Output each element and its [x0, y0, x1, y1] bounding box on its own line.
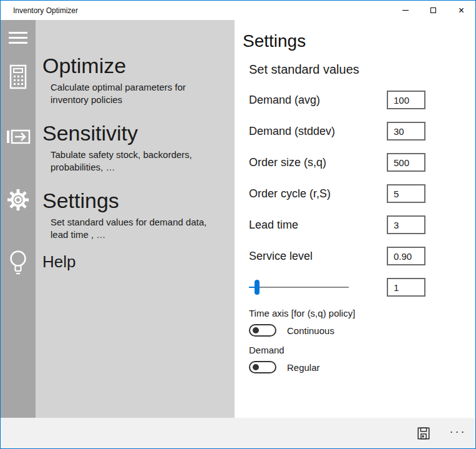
sidebar-item-settings[interactable] [1, 188, 36, 212]
tabulate-arrow-icon [6, 129, 31, 144]
toggle-knob [253, 364, 259, 370]
sidebar-item-sensitivity[interactable] [1, 129, 36, 144]
order-size-input[interactable] [387, 153, 425, 172]
maximize-button[interactable] [419, 1, 447, 20]
page-title: Settings [243, 30, 475, 52]
field-row-lead-time: Lead time [243, 209, 475, 240]
demand-toggle-row: Regular [249, 359, 475, 375]
minimize-button[interactable] [391, 1, 419, 20]
order-cycle-input[interactable] [387, 184, 425, 203]
time-axis-toggle[interactable] [249, 324, 276, 337]
field-row-order-size: Order size (s,q) [243, 147, 475, 178]
hamburger-icon [9, 31, 27, 46]
menu-item-title: Settings [42, 187, 235, 214]
lightbulb-icon [8, 250, 28, 277]
menu-item-title: Optimize [42, 52, 235, 79]
sidebar-item-optimize[interactable] [1, 64, 36, 89]
window-title: Inventory Optimizer [1, 6, 391, 15]
field-label: Order cycle (r,S) [249, 187, 331, 200]
value-slider[interactable] [249, 279, 349, 295]
lead-time-input[interactable] [387, 215, 425, 234]
nav-menu-panel: Optimize Calculate optimal parameters fo… [36, 20, 235, 418]
field-label: Demand (stddev) [249, 125, 335, 138]
save-button[interactable] [411, 418, 436, 448]
time-axis-toggle-state: Continuous [287, 325, 334, 336]
demand-label: Demand [249, 345, 475, 355]
menu-item-title: Help [42, 251, 235, 272]
field-row-service-level: Service level [243, 240, 475, 272]
time-axis-toggle-row: Continuous [249, 322, 475, 338]
service-level-input[interactable] [387, 247, 425, 265]
slider-row [243, 272, 475, 303]
more-icon: ··· [450, 426, 467, 441]
field-row-order-cycle: Order cycle (r,S) [243, 178, 475, 209]
calculator-icon [8, 64, 28, 89]
field-label: Order size (s,q) [249, 156, 326, 169]
nav-icon-sidebar [1, 20, 36, 418]
settings-page: Settings Set standard values Demand (avg… [235, 20, 475, 418]
demand-avg-input[interactable] [387, 91, 425, 109]
titlebar: Inventory Optimizer × [1, 1, 475, 20]
slider-track [249, 287, 349, 288]
demand-toggle-state: Regular [287, 362, 320, 373]
app-window: Inventory Optimizer × [0, 0, 476, 449]
menu-item-title: Sensitivity [42, 120, 235, 146]
gear-icon [6, 188, 30, 212]
menu-item-settings[interactable]: Settings Set standard values for demand … [42, 187, 235, 241]
menu-item-description: Set standard values for demand data, lea… [51, 216, 208, 241]
time-axis-label: Time axis [for (s,q) policy] [249, 308, 475, 318]
field-label: Lead time [249, 219, 298, 232]
toggle-knob [253, 327, 259, 333]
field-row-demand-avg: Demand (avg) [243, 84, 475, 116]
section-subheading: Set standard values [249, 62, 475, 77]
slider-value-input[interactable] [387, 278, 425, 297]
demand-toggle[interactable] [249, 361, 276, 373]
command-bar: ··· [1, 418, 475, 448]
menu-item-help[interactable]: Help [42, 251, 235, 272]
save-icon [417, 427, 430, 440]
demand-stddev-input[interactable] [387, 122, 425, 141]
menu-item-description: Tabulate safety stock, backorders, proba… [51, 149, 208, 174]
field-row-demand-stddev: Demand (stddev) [243, 116, 475, 147]
menu-item-description: Calculate optimal parameters for invento… [51, 81, 208, 106]
field-label: Service level [249, 250, 313, 263]
menu-item-sensitivity[interactable]: Sensitivity Tabulate safety stock, backo… [42, 120, 235, 174]
maximize-icon [430, 7, 436, 13]
hamburger-button[interactable] [1, 31, 36, 46]
close-button[interactable]: × [447, 1, 475, 20]
field-label: Demand (avg) [249, 94, 320, 107]
more-button[interactable]: ··· [445, 418, 470, 448]
close-icon: × [459, 6, 464, 16]
sidebar-item-help[interactable] [1, 250, 36, 277]
menu-item-optimize[interactable]: Optimize Calculate optimal parameters fo… [42, 52, 235, 106]
minimize-icon [402, 10, 409, 11]
slider-thumb[interactable] [255, 280, 260, 295]
